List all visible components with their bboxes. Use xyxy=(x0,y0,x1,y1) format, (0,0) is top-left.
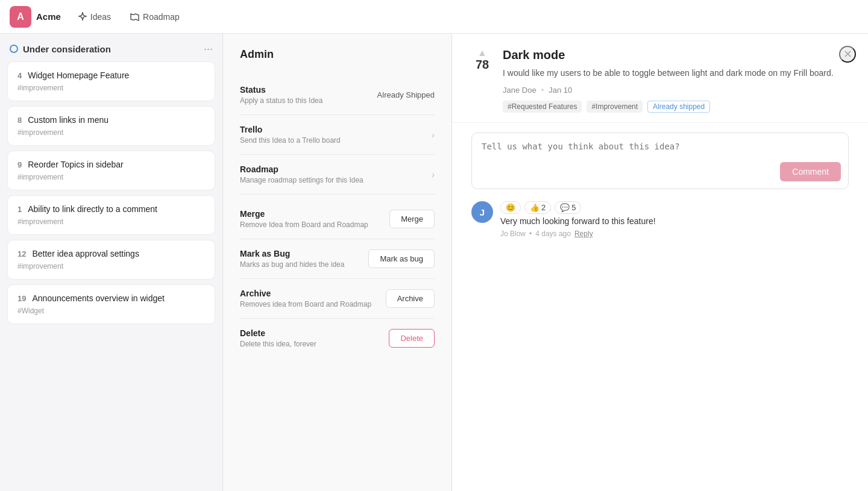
idea-tag: #improvement xyxy=(17,217,205,226)
reaction-thumbs-button[interactable]: 👍 2 xyxy=(524,201,551,214)
comment-button[interactable]: Comment xyxy=(780,162,841,181)
comment-text: Very much looking forward to this featur… xyxy=(500,216,849,226)
idea-number: 19 xyxy=(17,294,26,303)
nav-item-roadmap[interactable]: Roadmap xyxy=(123,8,187,25)
vote-section[interactable]: ▲ 78 xyxy=(471,48,493,72)
admin-merge-label: Merge xyxy=(240,209,389,219)
admin-delete-desc: Delete this idea, forever xyxy=(240,340,389,348)
chevron-right-icon: › xyxy=(432,130,435,140)
idea-title: Better idea approval settings xyxy=(32,249,139,258)
idea-number: 8 xyxy=(17,116,22,125)
topnav: A Acme Ideas Roadmap xyxy=(0,0,868,34)
comment-separator: • xyxy=(529,230,532,238)
admin-trello-desc: Send this Idea to a Trello board xyxy=(240,136,432,145)
comment-footer: Jo Blow • 4 days ago Reply xyxy=(500,230,849,238)
idea-tag: #improvement xyxy=(17,128,205,137)
admin-section-archive: Archive Removes idea from Board and Road… xyxy=(240,279,435,319)
nav-roadmap-label: Roadmap xyxy=(143,12,180,22)
admin-section-trello[interactable]: Trello Send this Idea to a Trello board … xyxy=(240,115,435,155)
admin-section-merge: Merge Remove Idea from Board and Roadmap… xyxy=(240,199,435,239)
idea-card[interactable]: 1 Ability to link directly to a comment … xyxy=(7,195,215,235)
sidebar-header: Under consideration ··· xyxy=(0,34,222,61)
sidebar-menu-button[interactable]: ··· xyxy=(204,43,213,54)
nav-brand: Acme xyxy=(36,11,61,22)
sidebar: Under consideration ··· 4 Widget Homepag… xyxy=(0,34,223,491)
comment-reactions: 😊 👍 2 💬 5 xyxy=(500,201,849,214)
status-indicator xyxy=(10,45,18,53)
idea-detail-description: I would like my users to be able to togg… xyxy=(503,67,849,80)
archive-button[interactable]: Archive xyxy=(386,289,435,308)
idea-card[interactable]: 4 Widget Homepage Feature #improvement xyxy=(7,61,215,101)
nav-ideas-label: Ideas xyxy=(90,12,111,22)
admin-merge-desc: Remove Idea from Board and Roadmap xyxy=(240,220,389,229)
detail-header: ▲ 78 Dark mode I would like my users to … xyxy=(452,34,868,123)
idea-title: Announcements overview in widget xyxy=(32,293,164,303)
tag-shipped: Already shipped xyxy=(647,101,710,113)
admin-bug-label: Mark as Bug xyxy=(240,249,368,258)
vote-count: 78 xyxy=(476,58,489,72)
idea-number: 12 xyxy=(17,249,26,258)
admin-section-delete: Delete Delete this idea, forever Delete xyxy=(240,319,435,358)
idea-tag: #improvement xyxy=(17,173,205,181)
idea-tag: #Widget xyxy=(17,307,205,315)
idea-card[interactable]: 9 Reorder Topics in sidebar #improvement xyxy=(7,151,215,190)
idea-title: Ability to link directly to a comment xyxy=(28,204,157,214)
chevron-right-icon-2: › xyxy=(432,170,435,180)
admin-section-mark-bug: Mark as Bug Marks as bug and hides the i… xyxy=(240,239,435,279)
idea-card[interactable]: 8 Custom links in menu #improvement xyxy=(7,106,215,146)
admin-archive-label: Archive xyxy=(240,289,386,298)
meta-separator: • xyxy=(541,86,544,95)
admin-trello-label: Trello xyxy=(240,125,432,134)
idea-card[interactable]: 12 Better idea approval settings #improv… xyxy=(7,240,215,280)
comment-item: J 😊 👍 2 💬 5 Very much looking forward to… xyxy=(471,201,849,238)
idea-detail-title: Dark mode xyxy=(503,48,849,62)
ideas-list: 4 Widget Homepage Feature #improvement 8… xyxy=(0,61,222,324)
comment-count: 5 xyxy=(571,203,576,212)
admin-status-desc: Apply a status to this Idea xyxy=(240,96,377,105)
close-button[interactable]: ✕ xyxy=(839,46,856,63)
admin-title: Admin xyxy=(240,48,435,61)
admin-bug-desc: Marks as bug and hides the idea xyxy=(240,260,368,269)
mark-bug-button[interactable]: Mark as bug xyxy=(368,249,435,268)
admin-panel: Admin Status Apply a status to this Idea… xyxy=(223,34,452,491)
nav-item-ideas[interactable]: Ideas xyxy=(71,8,118,25)
idea-title: Widget Homepage Feature xyxy=(28,70,129,80)
admin-delete-label: Delete xyxy=(240,328,389,338)
sidebar-section-title: Under consideration xyxy=(23,44,111,54)
thumbs-count: 2 xyxy=(541,203,546,212)
admin-roadmap-label: Roadmap xyxy=(240,164,432,174)
nav-logo: A xyxy=(10,6,31,28)
comment-area: Comment J 😊 👍 2 💬 5 Very much looking fo… xyxy=(452,123,868,491)
delete-button[interactable]: Delete xyxy=(389,329,435,348)
idea-meta: Jane Doe • Jan 10 xyxy=(503,86,849,95)
admin-section-roadmap[interactable]: Roadmap Manage roadmap settings for this… xyxy=(240,155,435,195)
admin-roadmap-desc: Manage roadmap settings for this Idea xyxy=(240,176,432,184)
idea-number: 1 xyxy=(17,205,22,214)
admin-status-label: Status xyxy=(240,85,377,95)
idea-author: Jane Doe xyxy=(503,86,536,95)
idea-tag: #improvement xyxy=(17,84,205,92)
tag-improvement: #Improvement xyxy=(587,101,643,113)
merge-button[interactable]: Merge xyxy=(389,210,435,228)
tag-list: #Requested Features #Improvement Already… xyxy=(503,101,849,113)
sparkle-icon xyxy=(78,12,87,22)
reaction-smile-button[interactable]: 😊 xyxy=(500,201,521,214)
reply-link[interactable]: Reply xyxy=(574,230,593,238)
detail-panel: ✕ ▲ 78 Dark mode I would like my users t… xyxy=(452,34,868,491)
comment-body: 😊 👍 2 💬 5 Very much looking forward to t… xyxy=(500,201,849,238)
idea-title: Reorder Topics in sidebar xyxy=(28,160,124,169)
idea-date: Jan 10 xyxy=(549,86,572,95)
status-value: Already Shipped xyxy=(377,90,435,99)
avatar: J xyxy=(471,201,493,223)
tag-requested: #Requested Features xyxy=(503,101,582,113)
reaction-comment-button[interactable]: 💬 5 xyxy=(555,201,581,214)
admin-archive-desc: Removes idea from Board and Roadmap xyxy=(240,300,386,308)
idea-card[interactable]: 19 Announcements overview in widget #Wid… xyxy=(7,284,215,324)
idea-title: Custom links in menu xyxy=(28,115,108,125)
admin-section-status: Status Apply a status to this Idea Alrea… xyxy=(240,75,435,115)
idea-number: 9 xyxy=(17,160,22,169)
comment-time: 4 days ago xyxy=(535,230,571,238)
idea-number: 4 xyxy=(17,71,22,80)
upvote-icon: ▲ xyxy=(477,48,487,58)
idea-tag: #improvement xyxy=(17,262,205,271)
